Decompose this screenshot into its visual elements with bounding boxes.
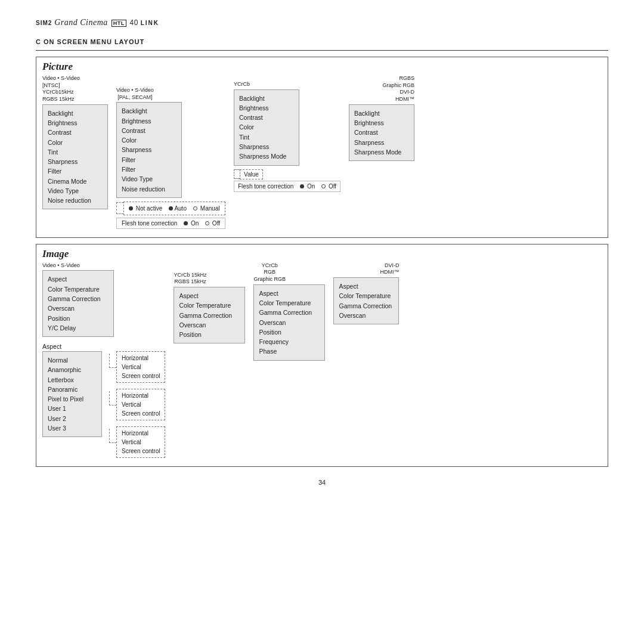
- list-item: User 1: [48, 404, 97, 413]
- list-item: Noise reduction: [48, 196, 103, 205]
- list-item: Gamma Correction: [339, 301, 394, 311]
- list-item: Brightness: [122, 116, 177, 126]
- list-item: Sharpness: [48, 157, 103, 166]
- list-item: Overscan: [48, 304, 109, 313]
- page: SIM2 Grand Cinema HTL 40 LINK C ON SCREE…: [0, 0, 644, 644]
- list-item: Backlight: [122, 106, 177, 116]
- aspect-sub: Aspect Normal Anamorphic Letterbox Panor…: [42, 343, 165, 458]
- aspect-box: Normal Anamorphic Letterbox Panoramic Pi…: [42, 351, 102, 437]
- flesh-tone-left-box: Flesh tone correction On Off: [116, 218, 225, 229]
- noise-reduction-options: Not active Auto Manual: [116, 202, 225, 215]
- image-col2-box: Aspect Color Temperature Gamma Correctio…: [174, 287, 245, 343]
- list-item: Position: [179, 330, 240, 339]
- list-item: Contrast: [354, 128, 409, 137]
- list-item: Phase: [259, 346, 320, 356]
- flesh-tone-right-label: Flesh tone correction: [238, 183, 293, 190]
- position-sub1: Horizontal Vertical Screen control: [109, 351, 165, 383]
- list-item: Y/C Delay: [48, 323, 109, 333]
- image-col3-wrapper: YCrCbRGBGraphic RGB Aspect Color Tempera…: [253, 262, 325, 361]
- picture-col3-box: Backlight Brightness Contrast Color Tint…: [234, 89, 299, 166]
- list-item: Sharpness Mode: [239, 151, 294, 161]
- image-content: Video • S-Video Aspect Color Temperature…: [36, 262, 608, 466]
- list-item: Horizontal: [122, 429, 160, 438]
- list-item: Sharpness: [354, 138, 409, 147]
- aspect-sub-row: Normal Anamorphic Letterbox Panoramic Pi…: [42, 351, 165, 458]
- image-col1-label: Video • S-Video: [42, 262, 80, 270]
- list-item: Color Temperature: [48, 284, 109, 294]
- sim2-text: SIM2: [36, 20, 52, 26]
- list-item: Brightness: [48, 118, 103, 128]
- list-item: Video Type: [48, 186, 103, 196]
- list-item: Panoramic: [48, 385, 97, 394]
- radio-auto: Auto: [169, 205, 187, 212]
- picture-col1-label: Video • S-Video[NTSC]YCrCb15kHzRGBS 15kH…: [42, 75, 80, 103]
- list-item: Contrast: [122, 126, 177, 135]
- list-item: Color Temperature: [259, 298, 320, 308]
- picture-col1-wrapper: Video • S-Video[NTSC]YCrCb15kHzRGBS 15kH…: [42, 75, 108, 209]
- link-text: LINK: [141, 20, 159, 26]
- image-col1-box: Aspect Color Temperature Gamma Correctio…: [42, 270, 114, 337]
- image-box: Image Video • S-Video Aspect Color Tempe…: [36, 244, 608, 467]
- list-item: Overscan: [339, 311, 394, 320]
- list-item: Gamma Correction: [259, 308, 320, 317]
- page-number: 34: [36, 479, 608, 486]
- image-col3-box: Aspect Color Temperature Gamma Correctio…: [253, 284, 325, 361]
- list-item: Gamma Correction: [179, 311, 240, 320]
- radio-flesh-right-off: Off: [321, 183, 336, 190]
- flesh-tone-left-row: Flesh tone correction On Off: [116, 218, 225, 229]
- list-item: Backlight: [354, 109, 409, 118]
- list-item: Aspect: [339, 281, 394, 291]
- radio-manual: Manual: [193, 205, 220, 212]
- image-title: Image: [36, 244, 608, 262]
- noise-reduction-box: Not active Auto Manual: [123, 202, 225, 215]
- list-item: Color: [239, 122, 294, 132]
- image-col1-wrapper: Video • S-Video Aspect Color Temperature…: [42, 262, 165, 458]
- list-item: Overscan: [259, 318, 320, 327]
- list-item: Horizontal: [122, 354, 160, 363]
- list-item: Brightness: [354, 118, 409, 128]
- list-item: Brightness: [239, 103, 294, 113]
- list-item: Tint: [48, 147, 103, 157]
- list-item: Backlight: [48, 109, 103, 118]
- list-item: Vertical: [122, 438, 160, 447]
- radio-flesh-off: Off: [205, 220, 220, 227]
- list-item: Screen control: [122, 371, 160, 380]
- list-item: Aspect: [48, 274, 109, 284]
- list-item: Color: [122, 135, 177, 145]
- list-item: Sharpness: [239, 142, 294, 151]
- picture-columns-row: Video • S-Video[NTSC]YCrCb15kHzRGBS 15kH…: [42, 75, 602, 231]
- picture-col3-label: YCrCb: [234, 81, 250, 88]
- list-item: Contrast: [239, 113, 294, 122]
- list-item: Gamma Correction: [48, 294, 109, 304]
- picture-col2-wrapper: Video • S-Video[PAL, SECAM] Backlight Br…: [116, 87, 225, 229]
- radio-not-active: Not active: [129, 205, 162, 212]
- picture-col2-box: Backlight Brightness Contrast Color Shar…: [116, 102, 182, 197]
- grand-cinema-text: Grand Cinema: [54, 18, 108, 27]
- flesh-tone-left-label: Flesh tone correction: [122, 220, 177, 227]
- number-text: 40: [130, 18, 138, 27]
- list-item: Tint: [239, 132, 294, 142]
- list-item: Vertical: [122, 363, 160, 371]
- list-item: User 2: [48, 414, 97, 423]
- list-item: Backlight: [239, 94, 294, 103]
- image-col4-wrapper: DVI-DHDMI™ Aspect Color Temperature Gamm…: [333, 262, 399, 324]
- list-item: Anamorphic: [48, 365, 97, 374]
- position-sub3: Horizontal Vertical Screen control: [109, 426, 165, 458]
- picture-col3-wrapper: YCrCb Backlight Brightness Contrast Colo…: [234, 81, 340, 192]
- picture-col2-label: Video • S-Video[PAL, SECAM]: [116, 87, 154, 101]
- picture-title: Picture: [36, 57, 608, 75]
- picture-col4-box: Backlight Brightness Contrast Sharpness …: [349, 104, 414, 161]
- list-item: Aspect: [259, 289, 320, 298]
- list-item: User 3: [48, 423, 97, 433]
- list-item: Cinema Mode: [48, 177, 103, 186]
- list-item: Filter: [48, 166, 103, 176]
- list-item: Aspect: [179, 291, 240, 301]
- list-item: Color Temperature: [179, 301, 240, 310]
- value-row: Value: [234, 169, 340, 179]
- radio-flesh-on: On: [184, 220, 199, 227]
- list-item: Pixel to Pixel: [48, 394, 97, 404]
- aspect-label: Aspect: [42, 343, 165, 350]
- flesh-tone-right-box: Flesh tone correction On Off: [234, 181, 340, 192]
- list-item: Letterbox: [48, 375, 97, 385]
- list-item: Sharpness Mode: [354, 147, 409, 157]
